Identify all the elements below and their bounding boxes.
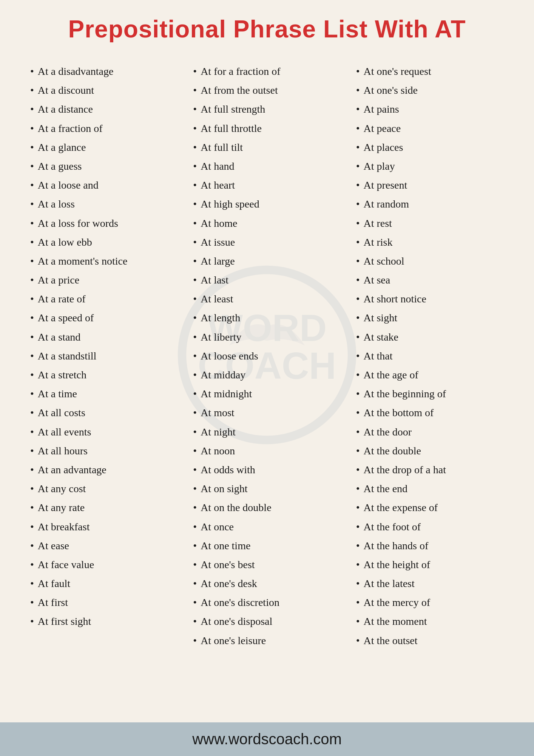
list-item: At all events — [30, 423, 178, 442]
list-item: At the double — [356, 442, 504, 460]
list-item: At most — [193, 403, 341, 422]
list-item: At the latest — [356, 574, 504, 593]
list-item: At night — [193, 423, 341, 442]
list-col1: At a disadvantageAt a discountAt a dista… — [30, 62, 178, 631]
column-2: At for a fraction ofAt from the outsetAt… — [185, 62, 348, 650]
list-item: At face value — [30, 555, 178, 574]
columns-container: At a disadvantageAt a discountAt a dista… — [23, 62, 511, 650]
list-item: At full tilt — [193, 138, 341, 157]
list-item: At the foot of — [356, 517, 504, 536]
list-item: At from the outset — [193, 81, 341, 100]
list-item: At a standstill — [30, 347, 178, 366]
list-item: At that — [356, 347, 504, 366]
list-item: At a moment's notice — [30, 252, 178, 271]
list-item: At peace — [356, 119, 504, 138]
list-item: At the drop of a hat — [356, 460, 504, 479]
list-item: At first sight — [30, 612, 178, 631]
list-item: At one's leisure — [193, 631, 341, 650]
list-item: At the height of — [356, 555, 504, 574]
list-col3: At one's requestAt one's sideAt painsAt … — [356, 62, 504, 650]
page-title: Prepositional Phrase List With AT — [23, 15, 511, 43]
list-item: At a rate of — [30, 290, 178, 308]
list-item: At once — [193, 517, 341, 536]
main-content: Prepositional Phrase List With AT WORD C… — [0, 0, 534, 711]
list-item: At a disadvantage — [30, 62, 178, 81]
list-item: At a price — [30, 271, 178, 290]
list-item: At any rate — [30, 498, 178, 517]
list-item: At rest — [356, 214, 504, 233]
list-item: At full throttle — [193, 119, 341, 138]
list-item: At the door — [356, 423, 504, 442]
footer-url: www.wordscoach.com — [192, 731, 342, 747]
list-item: At the end — [356, 479, 504, 498]
footer: www.wordscoach.com — [0, 722, 534, 756]
list-item: At a guess — [30, 157, 178, 176]
list-item: At sight — [356, 308, 504, 327]
list-item: At random — [356, 195, 504, 214]
list-item: At a discount — [30, 81, 178, 100]
list-item: At stake — [356, 328, 504, 347]
list-item: At the mercy of — [356, 593, 504, 612]
list-item: At the bottom of — [356, 403, 504, 422]
list-item: At short notice — [356, 290, 504, 308]
list-item: At a low ebb — [30, 233, 178, 252]
list-item: At odds with — [193, 460, 341, 479]
column-3: At one's requestAt one's sideAt painsAt … — [349, 62, 511, 650]
list-item: At one's disposal — [193, 612, 341, 631]
list-item: At one's request — [356, 62, 504, 81]
list-item: At the moment — [356, 612, 504, 631]
list-item: At the expense of — [356, 498, 504, 517]
list-item: At all hours — [30, 442, 178, 460]
list-item: At sea — [356, 271, 504, 290]
list-item: At length — [193, 308, 341, 327]
list-item: At the hands of — [356, 536, 504, 555]
list-item: At one's desk — [193, 574, 341, 593]
list-item: At large — [193, 252, 341, 271]
list-item: At liberty — [193, 328, 341, 347]
list-item: At a speed of — [30, 308, 178, 327]
list-item: At an advantage — [30, 460, 178, 479]
list-item: At heart — [193, 176, 341, 195]
list-item: At a stretch — [30, 366, 178, 384]
list-item: At one's discretion — [193, 593, 341, 612]
list-item: At midnight — [193, 384, 341, 403]
column-1: At a disadvantageAt a discountAt a dista… — [23, 62, 185, 650]
list-item: At home — [193, 214, 341, 233]
page-wrapper: Prepositional Phrase List With AT WORD C… — [0, 0, 534, 756]
list-item: At a fraction of — [30, 119, 178, 138]
list-item: At present — [356, 176, 504, 195]
list-item: At on sight — [193, 479, 341, 498]
list-item: At high speed — [193, 195, 341, 214]
list-item: At breakfast — [30, 517, 178, 536]
list-item: At on the double — [193, 498, 341, 517]
list-item: At a glance — [30, 138, 178, 157]
list-item: At hand — [193, 157, 341, 176]
list-item: At ease — [30, 536, 178, 555]
list-item: At issue — [193, 233, 341, 252]
list-item: At midday — [193, 366, 341, 384]
list-item: At for a fraction of — [193, 62, 341, 81]
list-item: At last — [193, 271, 341, 290]
list-item: At noon — [193, 442, 341, 460]
list-item: At a loss for words — [30, 214, 178, 233]
list-item: At the outset — [356, 631, 504, 650]
list-item: At the beginning of — [356, 384, 504, 403]
list-item: At full strength — [193, 100, 341, 119]
list-col2: At for a fraction ofAt from the outsetAt… — [193, 62, 341, 650]
list-item: At pains — [356, 100, 504, 119]
list-item: At places — [356, 138, 504, 157]
list-item: At a loose and — [30, 176, 178, 195]
list-item: At one's best — [193, 555, 341, 574]
list-item: At risk — [356, 233, 504, 252]
list-item: At a loss — [30, 195, 178, 214]
list-item: At one's side — [356, 81, 504, 100]
list-item: At fault — [30, 574, 178, 593]
list-item: At loose ends — [193, 347, 341, 366]
list-item: At a stand — [30, 328, 178, 347]
list-item: At any cost — [30, 479, 178, 498]
list-item: At all costs — [30, 403, 178, 422]
list-item: At a time — [30, 384, 178, 403]
list-item: At play — [356, 157, 504, 176]
list-item: At least — [193, 290, 341, 308]
list-item: At first — [30, 593, 178, 612]
